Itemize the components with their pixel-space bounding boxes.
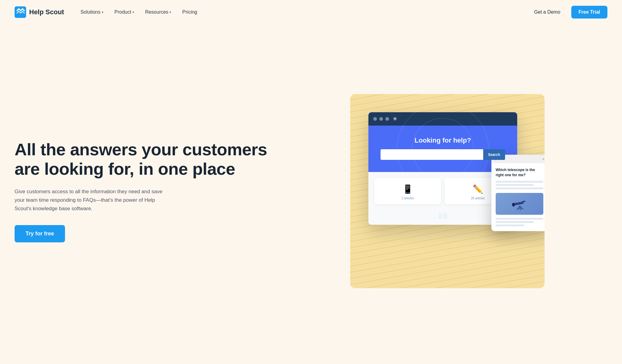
nav-actions: Get a Demo Free Trial [529, 6, 607, 19]
telescope-icon [510, 196, 528, 211]
navbar: Help Scout Solutions ▾ Product ▾ Resourc… [0, 0, 622, 24]
nav-item-pricing[interactable]: Pricing [178, 7, 201, 17]
chevron-down-icon: ▾ [102, 10, 104, 14]
nav-item-resources[interactable]: Resources ▾ [141, 7, 176, 17]
topbar-dot-3 [385, 117, 389, 121]
hero-background-card: ✳ Looking for help? Search 📱 2 articles [350, 94, 545, 288]
article-line [496, 224, 524, 226]
article-panel-title: Which telescope is the right one for me? [496, 167, 543, 178]
kb-search-row: Search [381, 149, 505, 160]
hero-right: ✳ Looking for help? Search 📱 2 articles [287, 94, 607, 288]
topbar-dot-2 [379, 117, 383, 121]
article-bottom-lines [496, 218, 543, 226]
topbar-dot-1 [373, 117, 377, 121]
article-line [496, 181, 543, 183]
article-panel-content: Which telescope is the right one for me? [491, 163, 545, 231]
nav-links: Solutions ▾ Product ▾ Resources ▾ Pricin… [76, 7, 529, 17]
logo-icon [15, 6, 26, 18]
brand-name: Help Scout [29, 8, 64, 16]
category-label-1: 2 articles [379, 197, 436, 200]
free-trial-button[interactable]: Free Trial [571, 6, 607, 19]
kb-search-input[interactable] [381, 149, 483, 160]
hero-left: All the answers your customers are looki… [15, 140, 287, 242]
article-line [496, 218, 543, 220]
kb-search-button[interactable]: Search [483, 149, 505, 160]
hero-heading: All the answers your customers are looki… [15, 140, 275, 179]
hero-section: All the answers your customers are looki… [0, 24, 622, 364]
article-panel: ✕ Which telescope is the right one for m… [491, 155, 545, 231]
kb-bottom-icon: ✉️ [439, 212, 447, 220]
article-line [496, 221, 534, 223]
logo-link[interactable]: Help Scout [15, 6, 64, 18]
svg-line-4 [517, 206, 520, 210]
kb-looking-for-help: Looking for help? [381, 136, 505, 144]
get-demo-button[interactable]: Get a Demo [529, 7, 565, 17]
chevron-down-icon: ▾ [169, 10, 171, 14]
article-line [496, 184, 534, 186]
article-line [496, 187, 543, 189]
nav-item-product[interactable]: Product ▾ [110, 7, 138, 17]
nav-item-solutions[interactable]: Solutions ▾ [76, 7, 108, 17]
close-icon[interactable]: ✕ [542, 157, 545, 161]
article-image [496, 193, 543, 215]
hero-subtext: Give customers access to all the informa… [15, 187, 173, 213]
article-panel-lines [496, 181, 543, 189]
star-icon: ✳ [393, 116, 397, 122]
try-for-free-button[interactable]: Try for free [15, 225, 65, 242]
chevron-down-icon: ▾ [132, 10, 134, 14]
svg-rect-8 [522, 201, 525, 202]
